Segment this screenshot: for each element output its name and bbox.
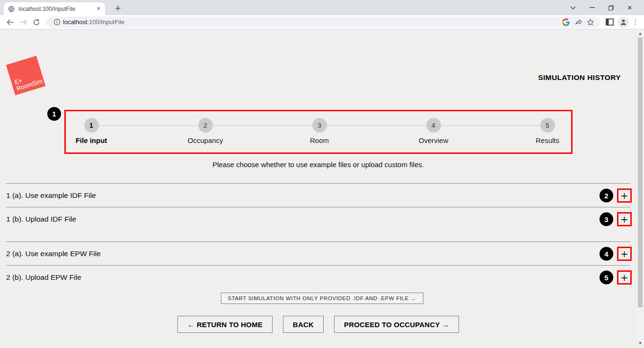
step-circle: 3 [312, 118, 327, 133]
annotation-circle-5: 5 [600, 270, 613, 284]
step-results[interactable]: 5 Results [514, 118, 581, 144]
annotation-circle-3: 3 [600, 212, 613, 226]
roomsim-logo-text: E+ RoomSim [14, 71, 44, 93]
back-button[interactable]: BACK [283, 316, 324, 333]
annotation-box-5: + [617, 270, 632, 285]
address-bar[interactable]: localhost:100/InputFile [46, 17, 600, 28]
annotation-circle-2: 2 [600, 188, 613, 202]
window-close-icon[interactable]: ✕ [620, 0, 639, 15]
expand-example-idf-button[interactable]: + [619, 190, 630, 201]
step-room[interactable]: 3 Room [286, 118, 353, 144]
share-icon[interactable] [572, 17, 584, 27]
tab-favicon-globe-icon [8, 6, 15, 12]
reload-icon[interactable] [30, 16, 43, 28]
annotation-box-2: + [617, 188, 632, 203]
new-tab-button[interactable]: + [112, 2, 124, 14]
step-label: File input [58, 136, 124, 144]
stepper-annotation-box: 1 File input 2 Occupancy 3 Room 4 Overvi… [64, 110, 573, 154]
toolbar-right-icons: ⋮ [603, 17, 640, 28]
page-content: E+ RoomSim SIMULATION HISTORY 1 1 File i… [0, 29, 644, 348]
step-label: Occupancy [172, 136, 238, 144]
tab-close-icon[interactable]: ✕ [97, 6, 101, 12]
window-minimize-icon[interactable] [582, 0, 601, 15]
browser-tab-strip: localhost:100/InputFile ✕ + ✕ [0, 0, 644, 15]
step-circle: 1 [84, 118, 99, 133]
annotation-circle-4: 4 [600, 247, 613, 260]
instruction-text: Please choose whether to use example fil… [0, 161, 636, 169]
step-file-input[interactable]: 1 File input [58, 118, 124, 144]
expand-upload-idf-button[interactable]: + [619, 214, 630, 225]
browser-menu-icon[interactable]: ⋮ [631, 18, 640, 26]
bookmark-star-icon[interactable] [584, 17, 597, 27]
start-simulation-button[interactable]: START SIMULATION WITH ONLY PROVIDED .IDF… [221, 293, 423, 304]
window-controls: ✕ [564, 0, 639, 15]
window-chevron-icon[interactable] [564, 0, 582, 15]
bottom-button-row: ← RETURN TO HOME BACK PROCEED TO OCCUPAN… [0, 316, 636, 333]
url-host: localhost [63, 18, 87, 26]
accordion-row-label: 2 (a). Use example EPW File [6, 250, 101, 258]
tab-title: localhost:100/InputFile [18, 6, 93, 12]
step-circle: 2 [198, 118, 213, 133]
step-overview[interactable]: 4 Overview [400, 118, 467, 144]
accordion-row-label: 2 (b). Upload EPW File [6, 273, 81, 282]
accordion-row-label: 1 (b). Upload IDF File [6, 215, 76, 223]
roomsim-logo: E+ RoomSim [6, 56, 46, 96]
forward-icon[interactable] [17, 16, 30, 28]
google-g-icon[interactable] [560, 17, 572, 27]
profile-avatar[interactable] [618, 17, 629, 28]
idf-accordion-group: 1 (a). Use example IDF File 2 + 1 (b). U… [6, 183, 630, 231]
annotation-box-4: + [617, 247, 632, 261]
step-circle: 4 [426, 118, 441, 133]
scrollbar-down-icon[interactable]: ▼ [636, 339, 644, 347]
site-info-icon[interactable] [51, 17, 63, 27]
accordion-row-upload-epw[interactable]: 2 (b). Upload EPW File 5 + [6, 265, 630, 289]
expand-upload-epw-button[interactable]: + [619, 272, 630, 283]
step-label: Overview [400, 136, 467, 144]
simulation-history-link[interactable]: SIMULATION HISTORY [538, 73, 621, 82]
browser-toolbar: localhost:100/InputFile ⋮ [0, 15, 644, 29]
step-label: Room [286, 136, 353, 144]
proceed-to-occupancy-button[interactable]: PROCEED TO OCCUPANCY → [334, 316, 459, 333]
scrollbar-thumb[interactable] [638, 37, 643, 307]
expand-example-epw-button[interactable]: + [619, 248, 630, 259]
url-path: :100/InputFile [87, 18, 124, 26]
accordion-row-label: 1 (a). Use example IDF File [6, 191, 96, 200]
scrollbar-up-icon[interactable]: ▲ [636, 30, 644, 37]
page-scrollbar: ▲ ▼ [636, 29, 644, 348]
return-to-home-button[interactable]: ← RETURN TO HOME [177, 316, 273, 333]
step-label: Results [514, 136, 581, 144]
accordion-row-example-idf[interactable]: 1 (a). Use example IDF File 2 + [6, 183, 630, 207]
accordion-row-example-epw[interactable]: 2 (a). Use example EPW File 4 + [6, 241, 630, 265]
back-icon[interactable] [4, 16, 17, 28]
window-restore-icon[interactable] [601, 0, 620, 15]
epw-accordion-group: 2 (a). Use example EPW File 4 + 2 (b). U… [6, 241, 630, 289]
browser-tab[interactable]: localhost:100/InputFile ✕ [4, 2, 105, 15]
accordion-row-upload-idf[interactable]: 1 (b). Upload IDF File 3 + [6, 207, 630, 231]
annotation-box-3: + [617, 212, 632, 226]
step-circle: 5 [540, 118, 555, 133]
side-panel-icon[interactable] [603, 17, 616, 27]
step-occupancy[interactable]: 2 Occupancy [172, 118, 238, 144]
